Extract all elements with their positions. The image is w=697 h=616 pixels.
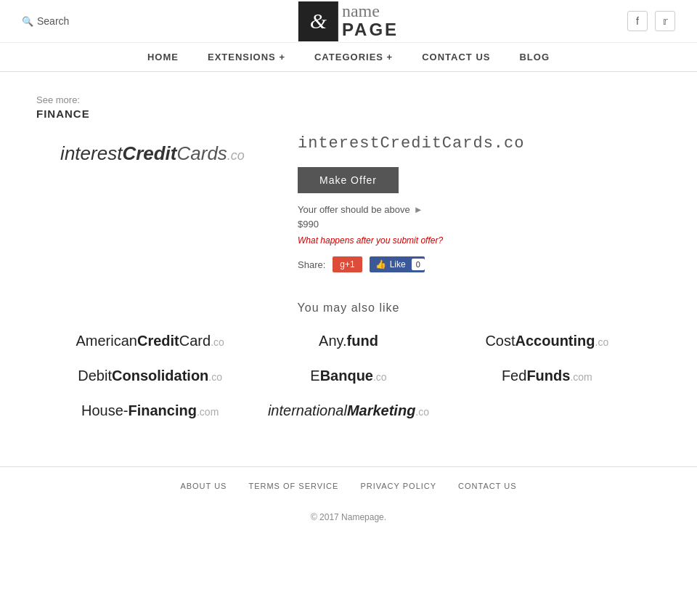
also-like-grid: AmericanCreditCard.co Any.fund CostAccou… — [58, 329, 639, 423]
see-more-link[interactable]: FINANCE — [36, 108, 661, 120]
fb-count: 0 — [412, 259, 425, 270]
search-icon: 🔍 — [22, 16, 33, 27]
logo-name: name — [342, 2, 399, 20]
list-item-empty — [455, 399, 639, 423]
offer-amount: $990 — [298, 219, 661, 230]
nav-home[interactable]: HOME — [147, 52, 179, 62]
list-item[interactable]: AmericanCreditCard.co — [58, 329, 242, 353]
fb-like-button[interactable]: 👍 Like — [370, 256, 412, 272]
footer-terms[interactable]: TERMS OF SERVICE — [248, 482, 338, 490]
domain-info: interestCreditCards.co Make Offer Your o… — [298, 134, 661, 272]
header: 🔍 Search & name PAGE f 𝕣 — [0, 0, 697, 43]
nav-extensions[interactable]: EXTENSIONS + — [208, 52, 285, 62]
logo-page: PAGE — [342, 20, 399, 41]
list-item[interactable]: House-Financing.com — [58, 399, 242, 423]
logo: & name PAGE — [298, 1, 399, 41]
footer-privacy[interactable]: PRIVACY POLICY — [360, 482, 436, 490]
see-more-label: See more: — [36, 94, 80, 105]
fb-like-container: 👍 Like 0 — [370, 256, 425, 272]
list-item[interactable]: Any.fund — [256, 329, 440, 353]
gplus-button[interactable]: g+1 — [333, 256, 362, 272]
nav-categories[interactable]: CATEGORIES + — [314, 52, 393, 62]
domain-logo-text: interestCreditCards.co — [60, 142, 245, 165]
facebook-icon[interactable]: f — [627, 11, 648, 31]
list-item[interactable]: internationalMarketing.co — [256, 399, 440, 423]
share-label: Share: — [298, 259, 325, 270]
twitter-icon[interactable]: 𝕣 — [655, 11, 675, 31]
list-item[interactable]: FedFunds.com — [455, 364, 639, 388]
see-more: See more: FINANCE — [36, 94, 661, 120]
social-icons: f 𝕣 — [627, 11, 675, 31]
list-item[interactable]: DebitConsolidation.co — [58, 364, 242, 388]
offer-note: Your offer should be above ► — [298, 204, 661, 215]
footer-contact[interactable]: CONTACT US — [458, 482, 517, 490]
search-label: Search — [37, 15, 69, 27]
list-item[interactable]: CostAccounting.co — [455, 329, 639, 353]
search-button[interactable]: 🔍 Search — [22, 15, 69, 27]
main-content: See more: FINANCE interestCreditCards.co… — [22, 72, 675, 466]
footer-nav: ABOUT US TERMS OF SERVICE PRIVACY POLICY… — [0, 466, 697, 505]
also-like-title: You may also like — [36, 301, 661, 315]
logo-icon: & — [298, 1, 338, 41]
nav-blog[interactable]: BLOG — [519, 52, 550, 62]
domain-name-title: interestCreditCards.co — [298, 134, 661, 153]
also-like-section: You may also like AmericanCreditCard.co … — [36, 301, 661, 423]
footer-about[interactable]: ABOUT US — [180, 482, 227, 490]
footer-copyright: © 2017 Namepage. — [0, 505, 697, 530]
navigation: HOME EXTENSIONS + CATEGORIES + CONTACT U… — [0, 43, 697, 72]
offer-arrow-icon: ► — [414, 204, 423, 215]
share-row: Share: g+1 👍 Like 0 — [298, 256, 661, 272]
list-item[interactable]: EBanque.co — [256, 364, 440, 388]
domain-listing: interestCreditCards.co interestCreditCar… — [36, 134, 661, 272]
make-offer-button[interactable]: Make Offer — [298, 167, 399, 193]
domain-logo-area: interestCreditCards.co — [36, 134, 269, 272]
offer-link[interactable]: What happens after you submit offer? — [298, 235, 661, 246]
nav-contact[interactable]: CONTACT US — [422, 52, 490, 62]
